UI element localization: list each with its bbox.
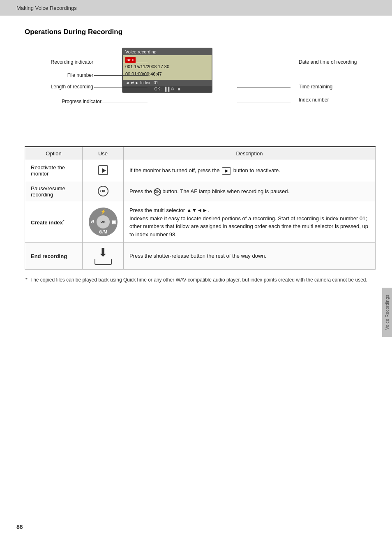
- use-end-recording: ⬇: [83, 243, 124, 270]
- lcd-rec-badge: REC: [125, 57, 136, 63]
- sidebar-label: Voice Recordings: [385, 295, 390, 330]
- option-end-recording: End recording: [25, 243, 83, 270]
- operations-table: Option Use Description Reactivate the mo…: [25, 146, 376, 270]
- lcd-screen: Voice recording REC 001 15/11/2008 17:30…: [122, 48, 212, 93]
- lcd-bottom-text: OK : ▐▐ ♻ : ■: [154, 87, 180, 91]
- multi-selector-icon: ⚡ ⊙/M ↺ ▣ OK: [89, 208, 118, 236]
- label-time-remaining: Time remaining: [299, 84, 364, 90]
- lcd-file-row: 001 15/11/2008 17:30: [125, 63, 209, 71]
- use-create-index: ⚡ ⊙/M ↺ ▣ OK: [83, 202, 124, 243]
- lcd-time-row: 00:01:00/00:46:47: [125, 71, 209, 78]
- line-time-remaining: [237, 88, 291, 88]
- line-length: [94, 88, 148, 88]
- inline-ok-icon: [154, 188, 161, 196]
- top-bar-title: Making Voice Recordings: [16, 5, 77, 11]
- sidebar-tab: Voice Recordings: [382, 288, 392, 337]
- lcd-body: REC 001 15/11/2008 17:30 00:01:00/00:46:…: [123, 55, 212, 80]
- label-index-number: Index number: [299, 97, 364, 103]
- footnote-ref: *: [63, 219, 65, 223]
- footnote-star: *: [25, 277, 28, 283]
- diagram-area: Recording indicator File number Length o…: [28, 48, 373, 134]
- option-pause: Pause/resume recording: [25, 181, 83, 202]
- ok-circle-icon: [98, 186, 108, 196]
- desc-reactivate: If the monitor has turned off, press the…: [124, 160, 376, 181]
- lcd-time-info: 00:01:00/00:46:47: [125, 71, 162, 78]
- desc-create-index: Press the multi selector ▲▼◄►. Indexes m…: [124, 202, 376, 243]
- top-bar: Making Voice Recordings: [0, 0, 392, 16]
- desc-end-recording: Press the shutter-release button the res…: [124, 243, 376, 270]
- use-reactivate: [83, 160, 124, 181]
- line-date-time: [237, 63, 291, 63]
- line-progress: [94, 102, 148, 102]
- header-description: Description: [124, 147, 376, 160]
- line-recording-indicator: [94, 63, 148, 63]
- header-option: Option: [25, 147, 83, 160]
- footnote-text: The copied files can be played back usin…: [30, 277, 367, 283]
- header-use: Use: [83, 147, 124, 160]
- table-row: Reactivate the monitor If the monitor ha…: [25, 160, 376, 181]
- lcd-rec-row: REC: [125, 57, 209, 63]
- label-recording-indicator: Recording indicator: [28, 59, 93, 65]
- option-create-index: Create index*: [25, 202, 83, 243]
- page-number: 86: [16, 524, 23, 530]
- label-length-recording: Length of recording: [28, 84, 93, 90]
- line-index: [237, 102, 291, 102]
- lcd-bottom-row: OK : ▐▐ ♻ : ■: [123, 86, 212, 92]
- label-file-number: File number: [28, 72, 93, 78]
- option-reactivate: Reactivate the monitor: [25, 160, 83, 181]
- line-file-number: [94, 75, 148, 76]
- lcd-progress-text: ◄ ⇌ ► Index : 01: [125, 81, 158, 85]
- main-content: Operations During Recording Recording in…: [0, 16, 392, 300]
- lcd-file-info: 001 15/11/2008 17:30: [125, 63, 169, 71]
- desc-pause: Press the button. The AF lamp blinks whe…: [124, 181, 376, 202]
- lcd-title: Voice recording: [123, 48, 212, 55]
- label-date-time: Date and time of recording: [299, 59, 364, 65]
- section-heading: Operations During Recording: [25, 28, 376, 36]
- inline-play-icon: ▶: [222, 167, 231, 175]
- table-row: Create index* ⚡ ⊙/M ↺ ▣ OK: [25, 202, 376, 243]
- shutter-icon: ⬇: [88, 247, 118, 265]
- table-row: End recording ⬇ Press the shutter-releas…: [25, 243, 376, 270]
- table-row: Pause/resume recording Press the button.…: [25, 181, 376, 202]
- lcd-progress-row: ◄ ⇌ ► Index : 01: [123, 80, 212, 86]
- label-progress-indicator: Progress indicator: [36, 99, 101, 104]
- footnote: * The copied files can be played back us…: [25, 276, 376, 284]
- use-pause: [83, 181, 124, 202]
- play-button-icon: [98, 165, 108, 175]
